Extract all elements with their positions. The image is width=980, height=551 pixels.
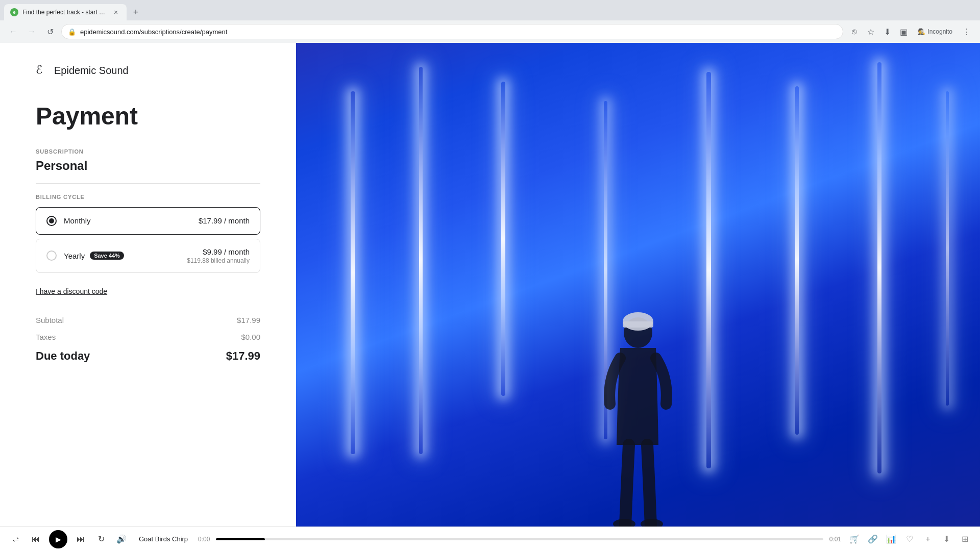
new-tab-button[interactable]: + — [129, 5, 143, 19]
incognito-icon: 🕵 — [918, 28, 925, 35]
play-button[interactable]: ▶ — [49, 530, 67, 548]
yearly-price-main: $9.99 / month — [187, 247, 250, 256]
incognito-label: Incognito — [927, 28, 952, 35]
grid-icon[interactable]: ⊞ — [958, 532, 972, 546]
main-content: ℰ Epidemic Sound Payment SUBSCRIPTION Pe… — [0, 43, 980, 527]
download-manager-icon[interactable]: ⬇ — [880, 24, 894, 39]
billing-cycle-label: BILLING CYCLE — [36, 194, 260, 200]
order-summary: Subtotal $17.99 Taxes $0.00 Due today $1… — [36, 312, 260, 367]
player-right-icons: 🛒 🔗 📊 ♡ + ⬇ ⊞ — [847, 532, 972, 546]
subtotal-row: Subtotal $17.99 — [36, 312, 260, 329]
menu-icon[interactable]: ⋮ — [960, 24, 974, 39]
page-title: Payment — [36, 103, 260, 130]
tab-title: Find the perfect track - start sou — [22, 9, 107, 16]
left-panel: ℰ Epidemic Sound Payment SUBSCRIPTION Pe… — [0, 43, 296, 527]
epidemic-sound-logo-text: Epidemic Sound — [54, 65, 129, 77]
divider-1 — [36, 183, 260, 184]
taxes-label: Taxes — [36, 333, 56, 341]
refresh-button[interactable]: ↺ — [43, 24, 57, 39]
svg-point-3 — [613, 519, 635, 527]
light-beam-1 — [351, 91, 355, 454]
back-button[interactable]: ← — [6, 24, 20, 39]
current-time: 0:00 — [198, 536, 210, 543]
monthly-label: Monthly — [64, 216, 191, 225]
url-text: epidemicsound.com/subscriptions/create/p… — [80, 28, 837, 36]
cart-icon[interactable]: 🛒 — [847, 532, 862, 546]
waveform-icon[interactable]: 📊 — [884, 532, 898, 546]
monthly-billing-option[interactable]: Monthly $17.99 / month — [36, 207, 260, 235]
monthly-price-main: $17.99 / month — [199, 216, 250, 225]
svg-point-4 — [641, 519, 663, 527]
subtotal-label: Subtotal — [36, 316, 64, 324]
yearly-price-sub: $119.88 billed annually — [187, 257, 250, 264]
yearly-label: Yearly Save 44% — [64, 252, 180, 260]
discount-code-link[interactable]: I have a discount code — [36, 287, 260, 295]
yearly-save-badge: Save 44% — [90, 252, 124, 260]
subscription-name: Personal — [36, 159, 260, 173]
bookmark-icon[interactable]: ☆ — [864, 24, 878, 39]
yearly-price: $9.99 / month $119.88 billed annually — [187, 247, 250, 264]
link-icon[interactable]: 🔗 — [866, 532, 880, 546]
subtotal-value: $17.99 — [237, 316, 260, 324]
forward-button[interactable]: → — [24, 24, 39, 39]
light-beam-7 — [877, 62, 881, 473]
monthly-radio[interactable] — [46, 216, 57, 226]
total-time: 0:01 — [829, 536, 841, 543]
track-title: Goat Birds Chirp — [139, 535, 188, 543]
browser-chrome: e Find the perfect track - start sou × +… — [0, 0, 980, 43]
lock-icon: 🔒 — [68, 28, 76, 36]
epidemic-sound-logo-icon: ℰ — [36, 63, 50, 78]
address-bar-row: ← → ↺ 🔒 epidemicsound.com/subscriptions/… — [0, 20, 980, 43]
progress-bar-fill — [216, 538, 264, 540]
light-beam-6 — [795, 86, 799, 435]
add-icon[interactable]: + — [921, 532, 935, 546]
tab-bar: e Find the perfect track - start sou × + — [0, 0, 980, 20]
tab-search-icon[interactable]: ▣ — [896, 24, 911, 39]
address-bar[interactable]: 🔒 epidemicsound.com/subscriptions/create… — [61, 24, 843, 39]
progress-bar[interactable] — [216, 538, 823, 540]
repeat-button[interactable]: ↻ — [94, 532, 108, 546]
previous-button[interactable]: ⏮ — [29, 532, 43, 546]
person-silhouette — [592, 302, 684, 527]
shuffle-button[interactable]: ⇌ — [8, 532, 22, 546]
right-panel — [296, 43, 980, 527]
monthly-radio-inner — [49, 218, 54, 223]
incognito-button[interactable]: 🕵 Incognito — [913, 26, 958, 37]
svg-rect-2 — [623, 321, 653, 328]
cast-icon[interactable]: ⎋ — [847, 24, 862, 39]
yearly-radio[interactable] — [46, 251, 57, 261]
subscription-section-label: SUBSCRIPTION — [36, 148, 260, 155]
light-beam-2 — [419, 67, 423, 454]
browser-toolbar-icons: ⎋ ☆ ⬇ ▣ 🕵 Incognito ⋮ — [847, 24, 974, 39]
due-today-label: Due today — [36, 349, 90, 363]
taxes-row: Taxes $0.00 — [36, 329, 260, 345]
active-tab[interactable]: e Find the perfect track - start sou × — [4, 4, 127, 20]
billing-options: Monthly $17.99 / month Yearly Save 44% $… — [36, 207, 260, 273]
light-beam-3 — [501, 82, 505, 396]
monthly-price: $17.99 / month — [199, 216, 250, 225]
logo-area: ℰ Epidemic Sound — [36, 63, 260, 78]
light-beam-8 — [946, 91, 949, 406]
media-player: ⇌ ⏮ ▶ ⏭ ↻ 🔊 Goat Birds Chirp 0:00 0:01 🛒… — [0, 527, 980, 551]
yearly-billing-option[interactable]: Yearly Save 44% $9.99 / month $119.88 bi… — [36, 239, 260, 273]
taxes-value: $0.00 — [241, 333, 260, 341]
next-button[interactable]: ⏭ — [74, 532, 88, 546]
tab-favicon: e — [10, 8, 18, 16]
due-today-row: Due today $17.99 — [36, 345, 260, 367]
download-icon[interactable]: ⬇ — [939, 532, 953, 546]
light-beam-5 — [706, 72, 711, 468]
tab-close-button[interactable]: × — [111, 8, 120, 17]
due-today-value: $17.99 — [226, 349, 260, 363]
heart-icon[interactable]: ♡ — [902, 532, 917, 546]
volume-button[interactable]: 🔊 — [114, 532, 129, 546]
